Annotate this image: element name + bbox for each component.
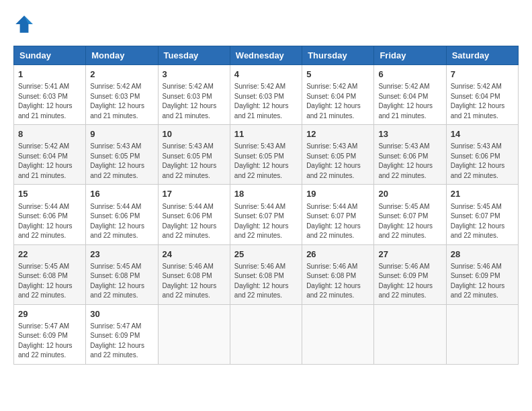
day-cell: 28Sunrise: 5:46 AM Sunset: 6:09 PM Dayli… bbox=[446, 244, 518, 304]
day-number: 18 bbox=[234, 188, 298, 200]
day-info: Sunrise: 5:47 AM Sunset: 6:09 PM Dayligh… bbox=[90, 322, 153, 361]
header-cell-saturday: Saturday bbox=[446, 46, 518, 65]
day-info: Sunrise: 5:46 AM Sunset: 6:08 PM Dayligh… bbox=[163, 262, 226, 301]
day-number: 12 bbox=[306, 128, 369, 140]
day-info: Sunrise: 5:46 AM Sunset: 6:09 PM Dayligh… bbox=[451, 262, 514, 301]
day-cell: 27Sunrise: 5:46 AM Sunset: 6:09 PM Dayli… bbox=[374, 244, 446, 304]
day-number: 19 bbox=[306, 188, 369, 200]
day-info: Sunrise: 5:42 AM Sunset: 6:04 PM Dayligh… bbox=[451, 82, 514, 121]
day-cell: 8Sunrise: 5:42 AM Sunset: 6:04 PM Daylig… bbox=[14, 125, 86, 185]
day-info: Sunrise: 5:46 AM Sunset: 6:08 PM Dayligh… bbox=[234, 262, 298, 301]
logo bbox=[13, 13, 39, 35]
day-number: 20 bbox=[378, 188, 441, 200]
day-info: Sunrise: 5:43 AM Sunset: 6:05 PM Dayligh… bbox=[306, 142, 369, 181]
day-number: 8 bbox=[18, 128, 81, 140]
day-cell: 2Sunrise: 5:42 AM Sunset: 6:03 PM Daylig… bbox=[86, 65, 158, 125]
day-cell: 25Sunrise: 5:46 AM Sunset: 6:08 PM Dayli… bbox=[230, 244, 302, 304]
calendar-header: SundayMondayTuesdayWednesdayThursdayFrid… bbox=[14, 46, 519, 65]
day-info: Sunrise: 5:43 AM Sunset: 6:06 PM Dayligh… bbox=[451, 142, 514, 181]
day-info: Sunrise: 5:43 AM Sunset: 6:06 PM Dayligh… bbox=[378, 142, 441, 181]
day-number: 15 bbox=[18, 188, 81, 200]
day-info: Sunrise: 5:45 AM Sunset: 6:08 PM Dayligh… bbox=[18, 262, 81, 301]
day-number: 10 bbox=[163, 128, 226, 140]
day-number: 22 bbox=[18, 248, 81, 261]
day-info: Sunrise: 5:43 AM Sunset: 6:05 PM Dayligh… bbox=[90, 142, 153, 181]
day-cell: 7Sunrise: 5:42 AM Sunset: 6:04 PM Daylig… bbox=[446, 65, 518, 125]
day-info: Sunrise: 5:44 AM Sunset: 6:06 PM Dayligh… bbox=[18, 202, 81, 241]
header-cell-sunday: Sunday bbox=[14, 46, 86, 65]
day-cell: 5Sunrise: 5:42 AM Sunset: 6:04 PM Daylig… bbox=[302, 65, 374, 125]
day-cell bbox=[302, 304, 374, 364]
day-info: Sunrise: 5:45 AM Sunset: 6:08 PM Dayligh… bbox=[90, 262, 153, 301]
day-number: 17 bbox=[163, 188, 226, 200]
day-number: 28 bbox=[451, 248, 514, 261]
header-cell-wednesday: Wednesday bbox=[230, 46, 302, 65]
day-cell: 15Sunrise: 5:44 AM Sunset: 6:06 PM Dayli… bbox=[14, 185, 86, 244]
day-cell: 9Sunrise: 5:43 AM Sunset: 6:05 PM Daylig… bbox=[86, 125, 158, 185]
day-cell: 17Sunrise: 5:44 AM Sunset: 6:06 PM Dayli… bbox=[158, 185, 230, 244]
week-row-1: 1Sunrise: 5:41 AM Sunset: 6:03 PM Daylig… bbox=[14, 65, 519, 125]
day-cell: 30Sunrise: 5:47 AM Sunset: 6:09 PM Dayli… bbox=[86, 304, 158, 364]
day-cell bbox=[230, 304, 302, 364]
calendar-body: 1Sunrise: 5:41 AM Sunset: 6:03 PM Daylig… bbox=[14, 65, 519, 365]
day-cell: 19Sunrise: 5:44 AM Sunset: 6:07 PM Dayli… bbox=[302, 185, 374, 244]
day-cell: 13Sunrise: 5:43 AM Sunset: 6:06 PM Dayli… bbox=[374, 125, 446, 185]
day-cell: 4Sunrise: 5:42 AM Sunset: 6:03 PM Daylig… bbox=[230, 65, 302, 125]
day-info: Sunrise: 5:43 AM Sunset: 6:05 PM Dayligh… bbox=[163, 142, 226, 181]
day-cell: 16Sunrise: 5:44 AM Sunset: 6:06 PM Dayli… bbox=[86, 185, 158, 244]
day-number: 3 bbox=[163, 68, 226, 81]
header-row: SundayMondayTuesdayWednesdayThursdayFrid… bbox=[14, 46, 519, 65]
day-cell: 29Sunrise: 5:47 AM Sunset: 6:09 PM Dayli… bbox=[14, 304, 86, 364]
day-number: 13 bbox=[378, 128, 441, 140]
day-cell bbox=[374, 304, 446, 364]
day-number: 23 bbox=[90, 248, 153, 261]
day-cell: 18Sunrise: 5:44 AM Sunset: 6:07 PM Dayli… bbox=[230, 185, 302, 244]
day-info: Sunrise: 5:42 AM Sunset: 6:03 PM Dayligh… bbox=[90, 82, 153, 121]
logo-icon bbox=[13, 13, 35, 35]
day-number: 1 bbox=[18, 68, 81, 81]
day-info: Sunrise: 5:45 AM Sunset: 6:07 PM Dayligh… bbox=[451, 202, 514, 241]
calendar-table: SundayMondayTuesdayWednesdayThursdayFrid… bbox=[13, 46, 519, 365]
day-info: Sunrise: 5:45 AM Sunset: 6:07 PM Dayligh… bbox=[378, 202, 441, 241]
week-row-3: 15Sunrise: 5:44 AM Sunset: 6:06 PM Dayli… bbox=[14, 185, 519, 244]
page-header bbox=[13, 13, 519, 35]
day-number: 6 bbox=[378, 68, 441, 81]
day-info: Sunrise: 5:42 AM Sunset: 6:04 PM Dayligh… bbox=[306, 82, 369, 121]
header-cell-thursday: Thursday bbox=[302, 46, 374, 65]
day-cell: 3Sunrise: 5:42 AM Sunset: 6:03 PM Daylig… bbox=[158, 65, 230, 125]
day-number: 24 bbox=[163, 248, 226, 261]
week-row-2: 8Sunrise: 5:42 AM Sunset: 6:04 PM Daylig… bbox=[14, 125, 519, 185]
day-number: 4 bbox=[234, 68, 298, 81]
week-row-4: 22Sunrise: 5:45 AM Sunset: 6:08 PM Dayli… bbox=[14, 244, 519, 304]
day-cell bbox=[158, 304, 230, 364]
day-number: 9 bbox=[90, 128, 153, 140]
day-cell: 23Sunrise: 5:45 AM Sunset: 6:08 PM Dayli… bbox=[86, 244, 158, 304]
day-cell: 26Sunrise: 5:46 AM Sunset: 6:08 PM Dayli… bbox=[302, 244, 374, 304]
day-info: Sunrise: 5:46 AM Sunset: 6:09 PM Dayligh… bbox=[378, 262, 441, 301]
day-cell: 10Sunrise: 5:43 AM Sunset: 6:05 PM Dayli… bbox=[158, 125, 230, 185]
day-cell: 20Sunrise: 5:45 AM Sunset: 6:07 PM Dayli… bbox=[374, 185, 446, 244]
day-cell: 12Sunrise: 5:43 AM Sunset: 6:05 PM Dayli… bbox=[302, 125, 374, 185]
day-info: Sunrise: 5:44 AM Sunset: 6:06 PM Dayligh… bbox=[90, 202, 153, 241]
day-cell: 24Sunrise: 5:46 AM Sunset: 6:08 PM Dayli… bbox=[158, 244, 230, 304]
day-info: Sunrise: 5:42 AM Sunset: 6:04 PM Dayligh… bbox=[18, 142, 81, 181]
day-info: Sunrise: 5:43 AM Sunset: 6:05 PM Dayligh… bbox=[234, 142, 298, 181]
day-number: 11 bbox=[234, 128, 298, 140]
day-info: Sunrise: 5:47 AM Sunset: 6:09 PM Dayligh… bbox=[18, 322, 81, 361]
day-info: Sunrise: 5:42 AM Sunset: 6:04 PM Dayligh… bbox=[378, 82, 441, 121]
day-info: Sunrise: 5:46 AM Sunset: 6:08 PM Dayligh… bbox=[306, 262, 369, 301]
day-info: Sunrise: 5:41 AM Sunset: 6:03 PM Dayligh… bbox=[18, 82, 81, 121]
day-number: 21 bbox=[451, 188, 514, 200]
day-number: 30 bbox=[90, 308, 153, 320]
header-cell-friday: Friday bbox=[374, 46, 446, 65]
day-info: Sunrise: 5:44 AM Sunset: 6:07 PM Dayligh… bbox=[306, 202, 369, 241]
day-number: 29 bbox=[18, 308, 81, 320]
day-number: 26 bbox=[306, 248, 369, 261]
day-info: Sunrise: 5:42 AM Sunset: 6:03 PM Dayligh… bbox=[234, 82, 298, 121]
day-number: 5 bbox=[306, 68, 369, 81]
day-number: 2 bbox=[90, 68, 153, 81]
day-cell bbox=[446, 304, 518, 364]
day-cell: 22Sunrise: 5:45 AM Sunset: 6:08 PM Dayli… bbox=[14, 244, 86, 304]
day-number: 27 bbox=[378, 248, 441, 261]
day-number: 7 bbox=[451, 68, 514, 81]
